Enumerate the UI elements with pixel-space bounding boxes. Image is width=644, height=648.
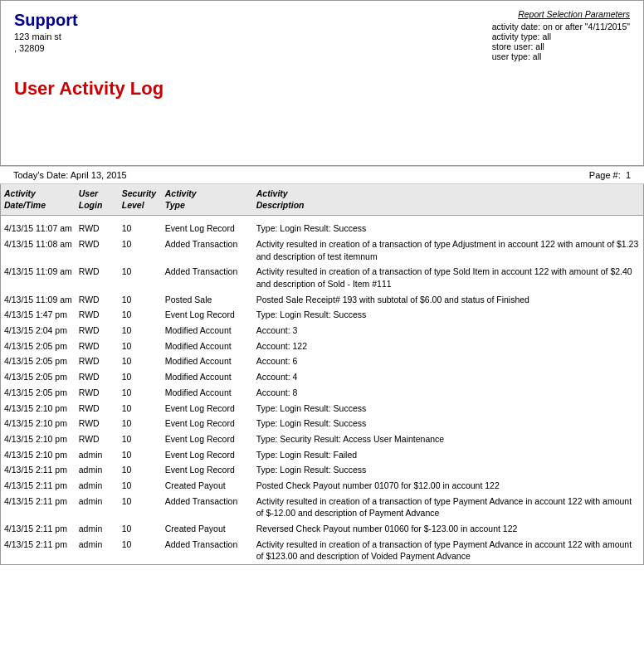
cell-user: RWD: [76, 431, 119, 447]
cell-user: RWD: [76, 307, 119, 323]
cell-desc: Type: Login Result: Success: [253, 416, 643, 431]
cell-user: admin: [76, 462, 119, 478]
cell-datetime: 4/13/15 2:05 pm: [1, 339, 76, 354]
cell-desc: Type: Security Result: Access User Maint…: [253, 431, 643, 447]
cell-security: 10: [119, 478, 162, 494]
param-1: activity date: on or after "4/11/2015": [492, 22, 630, 32]
cell-user: RWD: [76, 416, 119, 431]
cell-security: 10: [119, 236, 162, 264]
today-value: April 13, 2015: [71, 170, 127, 180]
cell-datetime: 4/13/15 2:05 pm: [1, 369, 76, 385]
header-section: Support 123 main st , 32809 Report Selec…: [0, 0, 644, 166]
cell-datetime: 4/13/15 2:04 pm: [1, 323, 76, 339]
cell-type: Event Log Record: [162, 216, 253, 236]
cell-desc: Activity resulted in creation of a trans…: [253, 494, 643, 521]
param-4: user type: all: [492, 51, 630, 61]
cell-type: Modified Account: [162, 339, 253, 354]
cell-desc: Type: Login Result: Success: [253, 307, 643, 323]
cell-security: 10: [119, 537, 162, 564]
cell-datetime: 4/13/15 2:11 pm: [1, 462, 76, 478]
today-date: Today's Date: April 13, 2015: [13, 170, 127, 180]
table-row: 4/13/15 11:08 amRWD10Added TransactionAc…: [1, 236, 643, 264]
cell-desc: Account: 8: [253, 385, 643, 401]
header-desc: ActivityDescription: [253, 184, 643, 216]
table-row: 4/13/15 2:11 pmadmin10Event Log RecordTy…: [1, 462, 643, 478]
table-row: 4/13/15 2:05 pmRWD10Modified AccountAcco…: [1, 369, 643, 385]
page-label: Page #:: [589, 170, 621, 180]
cell-security: 10: [119, 369, 162, 385]
cell-type: Modified Account: [162, 323, 253, 339]
cell-datetime: 4/13/15 11:08 am: [1, 236, 76, 264]
table-row: 4/13/15 2:10 pmRWD10Event Log RecordType…: [1, 401, 643, 417]
page-number: Page #: 1: [589, 170, 631, 180]
header-datetime: ActivityDate/Time: [1, 184, 76, 216]
cell-user: RWD: [76, 292, 119, 308]
page-value: 1: [626, 170, 631, 180]
cell-desc: Activity resulted in creation of a trans…: [253, 537, 643, 564]
cell-type: Modified Account: [162, 385, 253, 401]
cell-datetime: 4/13/15 2:11 pm: [1, 537, 76, 564]
table-header-row: ActivityDate/Time UserLogin SecurityLeve…: [1, 184, 643, 216]
cell-type: Event Log Record: [162, 416, 253, 431]
cell-desc: Reversed Check Payout number 01060 for $…: [253, 521, 643, 537]
cell-datetime: 4/13/15 2:10 pm: [1, 416, 76, 431]
cell-type: Event Log Record: [162, 307, 253, 323]
cell-security: 10: [119, 385, 162, 401]
cell-user: RWD: [76, 401, 119, 417]
table-row: 4/13/15 1:47 pmRWD10Event Log RecordType…: [1, 307, 643, 323]
cell-desc: Account: 122: [253, 339, 643, 354]
cell-type: Event Log Record: [162, 401, 253, 417]
cell-type: Added Transaction: [162, 494, 253, 521]
cell-datetime: 4/13/15 2:10 pm: [1, 401, 76, 417]
table-row: 4/13/15 11:09 amRWD10Posted SalePosted S…: [1, 292, 643, 308]
cell-datetime: 4/13/15 2:10 pm: [1, 431, 76, 447]
cell-type: Added Transaction: [162, 264, 253, 291]
cell-user: RWD: [76, 369, 119, 385]
cell-security: 10: [119, 521, 162, 537]
param-3: store user: all: [492, 41, 630, 51]
cell-desc: Type: Login Result: Success: [253, 401, 643, 417]
header-type: ActivityType: [162, 184, 253, 216]
cell-datetime: 4/13/15 2:11 pm: [1, 521, 76, 537]
table-row: 4/13/15 2:11 pmadmin10Created PayoutPost…: [1, 478, 643, 494]
cell-user: RWD: [76, 339, 119, 354]
header-user: UserLogin: [76, 184, 119, 216]
cell-desc: Account: 6: [253, 353, 643, 369]
cell-user: RWD: [76, 385, 119, 401]
cell-type: Added Transaction: [162, 537, 253, 564]
table-row: 4/13/15 2:10 pmRWD10Event Log RecordType…: [1, 416, 643, 431]
cell-security: 10: [119, 401, 162, 417]
cell-user: RWD: [76, 353, 119, 369]
cell-security: 10: [119, 416, 162, 431]
activity-table: ActivityDate/Time UserLogin SecurityLeve…: [1, 184, 643, 564]
header-security: SecurityLevel: [119, 184, 162, 216]
cell-datetime: 4/13/15 1:47 pm: [1, 307, 76, 323]
report-params-title: Report Selection Parameters: [492, 9, 630, 19]
footer-bar: Today's Date: April 13, 2015 Page #: 1: [0, 166, 644, 184]
cell-type: Posted Sale: [162, 292, 253, 308]
cell-datetime: 4/13/15 11:09 am: [1, 264, 76, 291]
cell-datetime: 4/13/15 2:05 pm: [1, 353, 76, 369]
cell-security: 10: [119, 353, 162, 369]
cell-security: 10: [119, 431, 162, 447]
cell-user: RWD: [76, 264, 119, 291]
table-row: 4/13/15 2:04 pmRWD10Modified AccountAcco…: [1, 323, 643, 339]
cell-user: admin: [76, 521, 119, 537]
cell-desc: Activity resulted in creation of a trans…: [253, 264, 643, 291]
cell-datetime: 4/13/15 2:11 pm: [1, 494, 76, 521]
cell-user: RWD: [76, 236, 119, 264]
cell-datetime: 4/13/15 2:11 pm: [1, 478, 76, 494]
cell-type: Added Transaction: [162, 236, 253, 264]
cell-user: admin: [76, 537, 119, 564]
cell-type: Created Payout: [162, 478, 253, 494]
cell-type: Modified Account: [162, 353, 253, 369]
cell-security: 10: [119, 307, 162, 323]
table-row: 4/13/15 2:05 pmRWD10Modified AccountAcco…: [1, 385, 643, 401]
cell-security: 10: [119, 462, 162, 478]
cell-security: 10: [119, 494, 162, 521]
cell-desc: Type: Login Result: Failed: [253, 447, 643, 463]
report-params: Report Selection Parameters activity dat…: [492, 9, 630, 61]
param-2: activity type: all: [492, 32, 630, 41]
cell-user: admin: [76, 494, 119, 521]
cell-desc: Account: 4: [253, 369, 643, 385]
